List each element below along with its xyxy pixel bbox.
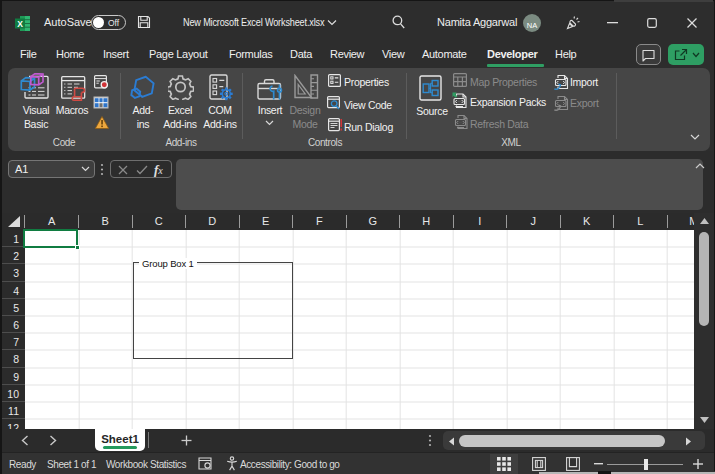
svg-text:X: X [17, 19, 23, 29]
